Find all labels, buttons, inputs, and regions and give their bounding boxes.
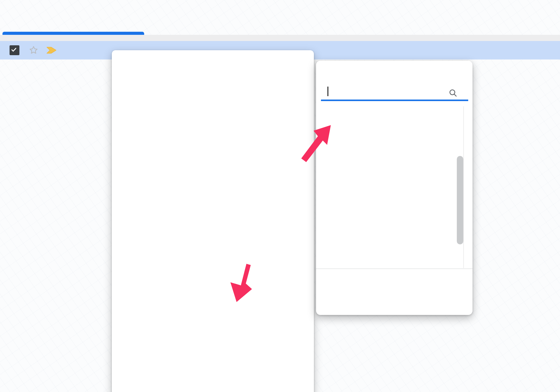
inbox-tab-bar [0,0,560,35]
search-icon [448,88,458,98]
toolbar-strip [0,35,560,41]
row-checkbox-checked[interactable] [10,45,19,55]
label-footer-divider [316,268,473,269]
label-list-scrollbar-track [463,106,464,268]
importance-marker-icon[interactable] [46,46,57,55]
active-tab-underline [2,32,144,35]
gmail-screen [0,0,560,392]
email-context-menu [112,50,314,392]
star-icon[interactable] [28,45,39,55]
label-list-scrollbar-thumb[interactable] [457,156,463,244]
search-underline [321,100,468,101]
label-list [316,113,473,268]
label-search-input[interactable] [323,85,453,100]
label-search-field[interactable] [321,85,468,101]
label-as-submenu [316,61,473,315]
